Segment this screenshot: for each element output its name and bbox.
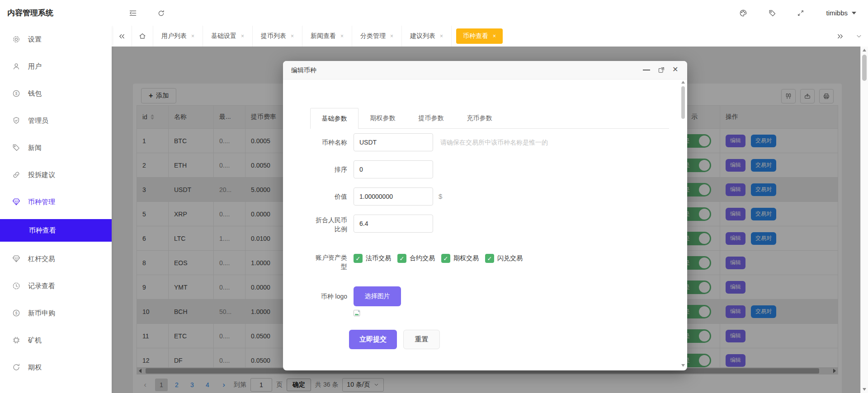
app-window: 内容管理系统 timibbs 设置用户$钱包管理员新闻投拆建议币种管理币种查看杠…	[0, 0, 868, 393]
workspace-tab[interactable]: 新闻查看×	[302, 26, 352, 47]
dialog-tab[interactable]: 提币参数	[407, 108, 455, 128]
scroll-up-arrow-icon[interactable]	[681, 81, 685, 84]
workspace-tab[interactable]: 建议列表×	[402, 26, 452, 47]
sidebar-item-miner[interactable]: 矿机	[0, 327, 112, 354]
close-tab-icon[interactable]: ×	[191, 33, 194, 39]
edit-coin-dialog: 编辑币种 ✕ 基础参数期权参数提币参数充币参数 币种名称 请确保在交易所中该币种…	[283, 61, 687, 370]
checkbox-check-icon: ✓	[441, 254, 450, 263]
user-menu[interactable]: timibbs	[826, 0, 856, 26]
dollar-icon: $	[12, 309, 21, 318]
workspace-tab-label: 基础设置	[211, 32, 236, 40]
page-scrollbar-thumb[interactable]	[862, 55, 867, 81]
maximize-icon[interactable]	[658, 66, 665, 74]
coin-name-input[interactable]	[354, 133, 433, 151]
sidebar-item-coin-view[interactable]: 币种查看	[0, 219, 112, 242]
home-tab-icon[interactable]	[132, 26, 153, 47]
workspace-tab[interactable]: 分类管理×	[352, 26, 402, 47]
close-icon[interactable]: ✕	[672, 65, 678, 74]
cycle-icon	[12, 363, 21, 372]
workspace-tab[interactable]: 提币列表×	[253, 26, 302, 47]
link-icon	[12, 170, 21, 179]
sidebar-item-news[interactable]: 新闻	[0, 134, 112, 161]
tabs-scroll-right-icon[interactable]	[836, 26, 844, 47]
sidebar-item-label: 管理员	[28, 117, 48, 125]
workspace-tab-label: 新闻查看	[311, 32, 336, 40]
svg-text:$: $	[15, 91, 18, 96]
sidebar-item-label: 币种查看	[29, 226, 56, 235]
workspace-tab-label: 分类管理	[360, 32, 386, 40]
fullscreen-icon[interactable]	[796, 8, 806, 18]
close-tab-icon[interactable]: ×	[440, 33, 443, 39]
sidebar-item-label: 杠杆交易	[28, 255, 55, 263]
tag-icon[interactable]	[767, 8, 777, 18]
logo-preview-broken-image-icon	[354, 310, 362, 317]
dialog-header: 编辑币种 ✕	[283, 61, 687, 80]
dialog-scrollbar-thumb[interactable]	[681, 86, 685, 119]
page-scrollbar[interactable]	[860, 47, 868, 393]
close-tab-icon[interactable]: ×	[241, 33, 244, 39]
sidebar-item-option[interactable]: 期权	[0, 354, 112, 381]
sort-label: 排序	[311, 160, 347, 178]
dialog-scrollbar[interactable]	[681, 81, 686, 367]
asset-type-checkbox[interactable]: ✓合约交易	[397, 254, 435, 263]
sidebar-item-label: 币种管理	[28, 198, 55, 206]
svg-text:$: $	[15, 311, 18, 315]
choose-image-button[interactable]: 选择图片	[354, 286, 401, 306]
workspace-tab-active[interactable]: 币种查看×	[456, 28, 503, 44]
sort-input[interactable]	[354, 160, 433, 178]
dialog-tab[interactable]: 期权参数	[359, 108, 407, 128]
scroll-down-arrow-icon[interactable]	[681, 364, 685, 367]
scroll-up-arrow-icon[interactable]	[863, 49, 866, 51]
workspace-tab[interactable]: 用户列表×	[153, 26, 203, 47]
price-label: 价值	[311, 187, 347, 206]
sidebar-item-label: 投拆建议	[28, 171, 55, 179]
asset-type-checkbox[interactable]: ✓法币交易	[354, 254, 391, 263]
dialog-tab-active[interactable]: 基础参数	[310, 108, 359, 129]
top-header: 内容管理系统 timibbs	[0, 0, 868, 26]
checkbox-label: 期权交易	[453, 254, 479, 262]
submit-button[interactable]: 立即提交	[349, 330, 397, 349]
sidebar-item-label: 新闻	[28, 144, 42, 152]
reset-button[interactable]: 重置	[403, 330, 440, 349]
sidebar-item-label: 钱包	[28, 89, 42, 98]
sidebar-item-records[interactable]: 记录查看	[0, 272, 112, 299]
close-tab-icon[interactable]: ×	[340, 33, 344, 39]
asset-type-checkbox[interactable]: ✓期权交易	[441, 254, 479, 263]
checkbox-check-icon: ✓	[354, 254, 363, 263]
cpu-icon	[12, 336, 21, 345]
checkbox-label: 合约交易	[410, 254, 435, 262]
sidebar-item-label: 记录查看	[28, 282, 55, 290]
sidebar-item-suggest[interactable]: 投拆建议	[0, 161, 112, 188]
sidebar-item-leverage[interactable]: 杠杆交易	[0, 245, 112, 272]
shield-icon	[12, 116, 21, 125]
sidebar-item-new-coin[interactable]: $新币申购	[0, 299, 112, 327]
asset-type-checkbox[interactable]: ✓闪兑交易	[485, 254, 523, 263]
workspace-tab-label: 币种查看	[463, 32, 488, 40]
sidebar-item-label: 矿机	[28, 336, 42, 345]
price-input[interactable]	[354, 187, 433, 206]
theme-palette-icon[interactable]	[738, 8, 748, 18]
tabs-scroll-left-icon[interactable]	[112, 26, 132, 47]
gem-icon	[12, 197, 21, 206]
checkbox-label: 法币交易	[366, 254, 391, 262]
collapse-sidebar-icon[interactable]	[128, 8, 138, 18]
close-tab-icon[interactable]: ×	[390, 33, 393, 39]
dialog-tab[interactable]: 充币参数	[455, 108, 504, 128]
history-icon	[12, 281, 21, 290]
sidebar-item-wallet[interactable]: $钱包	[0, 80, 112, 107]
workspace-tab-label: 建议列表	[410, 32, 435, 40]
minimize-icon[interactable]	[643, 70, 650, 70]
sidebar-item-admin[interactable]: 管理员	[0, 107, 112, 134]
close-tab-icon[interactable]: ×	[291, 33, 294, 39]
scroll-down-arrow-icon[interactable]	[863, 388, 866, 391]
close-tab-icon[interactable]: ×	[493, 33, 496, 39]
coin-logo-label: 币种 logo	[311, 292, 347, 301]
checkbox-check-icon: ✓	[485, 254, 494, 263]
sidebar-item-users[interactable]: 用户	[0, 53, 112, 80]
workspace-tab[interactable]: 基础设置×	[203, 26, 253, 47]
cny-ratio-input[interactable]	[354, 215, 433, 233]
refresh-icon[interactable]	[156, 8, 166, 18]
tabs-menu-icon[interactable]	[855, 26, 863, 47]
sidebar-item-settings[interactable]: 设置	[0, 26, 112, 53]
sidebar-item-coin-manage[interactable]: 币种管理	[0, 188, 112, 215]
